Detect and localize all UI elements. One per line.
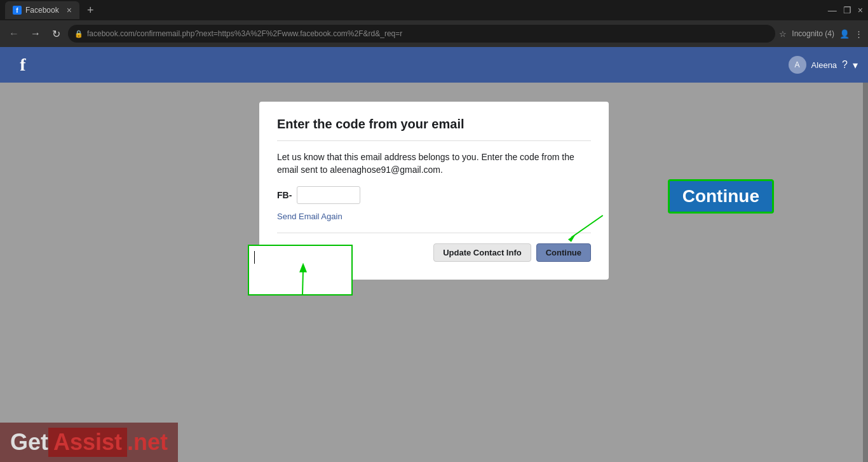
watermark: Get Assist .net: [0, 423, 178, 462]
text-cursor: [254, 251, 255, 264]
back-button[interactable]: ←: [5, 25, 23, 42]
browser-tab[interactable]: f Facebook ×: [5, 1, 79, 19]
fb-header-right: A Aleena ? ▾: [789, 56, 858, 74]
avatar: A: [789, 56, 806, 74]
profile-icon[interactable]: 👤: [839, 29, 850, 39]
browser-toolbar: ← → ↻ 🔒 facebook.com/confirmemail.php?ne…: [0, 20, 868, 47]
code-input-row: FB-: [277, 186, 591, 204]
lock-icon: 🔒: [74, 30, 83, 38]
fb-header: f A Aleena ? ▾: [0, 47, 868, 83]
incognito-badge: Incognito (4): [792, 29, 834, 38]
toolbar-right: ☆ Incognito (4) 👤 ⋮: [779, 29, 863, 39]
tab-favicon: f: [13, 6, 22, 15]
window-maximize-icon[interactable]: ❐: [843, 5, 851, 15]
new-tab-button[interactable]: +: [87, 4, 94, 17]
scrollbar[interactable]: [863, 83, 868, 462]
refresh-button[interactable]: ↻: [48, 25, 64, 43]
tab-title: Facebook: [25, 6, 59, 15]
watermark-net: .net: [127, 429, 168, 456]
continue-annotation-label: Continue: [668, 179, 774, 214]
main-content: Enter the code from your email Let us kn…: [0, 83, 868, 462]
help-icon[interactable]: ?: [842, 59, 848, 71]
watermark-get: Get: [10, 429, 48, 456]
continue-button[interactable]: Continue: [536, 243, 591, 262]
code-input-field[interactable]: [297, 186, 360, 204]
fb-logo: f: [10, 52, 36, 78]
tab-close-icon[interactable]: ×: [67, 5, 72, 15]
send-again-link[interactable]: Send Email Again: [277, 212, 342, 221]
dialog-title: Enter the code from your email: [277, 117, 591, 141]
dialog-description: Let us know that this email address belo…: [277, 151, 591, 176]
dialog-divider: [277, 233, 591, 233]
star-icon[interactable]: ☆: [779, 29, 787, 39]
input-annotation-box: [248, 245, 353, 296]
window-minimize-icon[interactable]: —: [828, 5, 837, 15]
watermark-assist: Assist: [48, 428, 127, 457]
window-controls: — ❐ ×: [828, 5, 863, 15]
address-text: facebook.com/confirmemail.php?next=https…: [87, 29, 402, 38]
dropdown-icon[interactable]: ▾: [853, 59, 858, 71]
forward-button[interactable]: →: [27, 25, 44, 42]
window-close-icon[interactable]: ×: [858, 5, 863, 15]
menu-icon[interactable]: ⋮: [855, 29, 863, 39]
update-contact-info-button[interactable]: Update Contact Info: [433, 243, 531, 262]
address-bar[interactable]: 🔒 facebook.com/confirmemail.php?next=htt…: [68, 25, 775, 43]
username: Aleena: [811, 60, 837, 70]
os-titlebar: f Facebook × + — ❐ ×: [0, 0, 868, 20]
code-prefix: FB-: [277, 190, 292, 200]
